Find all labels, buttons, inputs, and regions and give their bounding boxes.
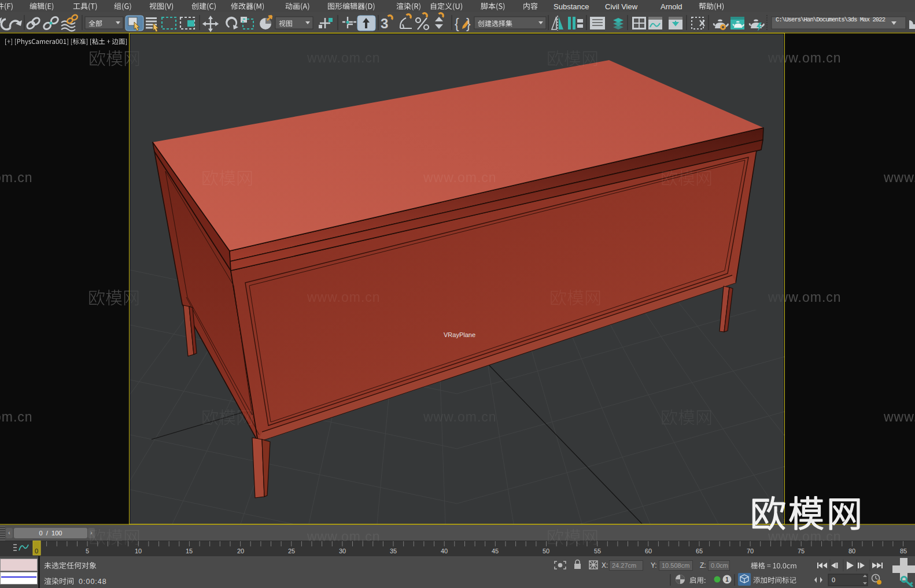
svg-text:Civil View: Civil View [605, 2, 638, 11]
svg-text:0:00:48: 0:00:48 [79, 578, 107, 586]
svg-text:Arnold: Arnold [661, 2, 682, 11]
svg-text:Substance: Substance [554, 2, 589, 11]
